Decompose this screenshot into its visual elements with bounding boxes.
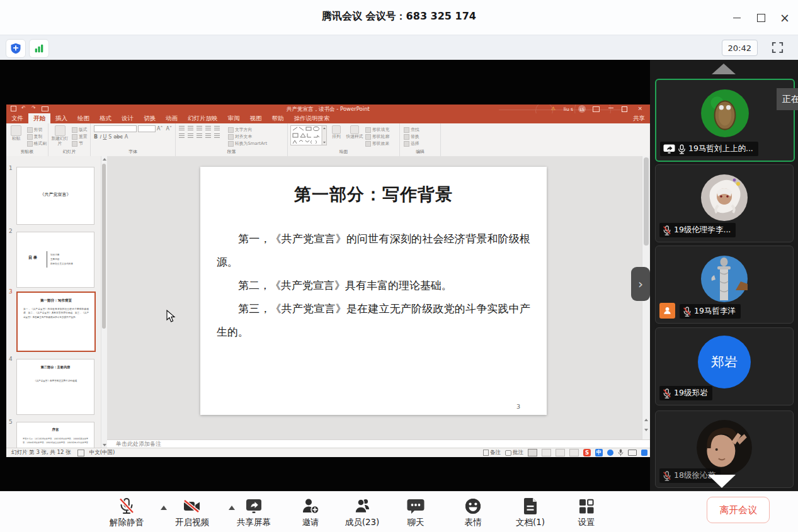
- font-name-dropdown[interactable]: [94, 125, 137, 132]
- align-left-button[interactable]: [179, 133, 185, 139]
- bold-button[interactable]: B: [94, 134, 98, 140]
- ppt-close-icon[interactable]: ×: [637, 105, 642, 111]
- comments-toggle-button[interactable]: 批注: [505, 449, 523, 456]
- canvas-scrollbar-thumb[interactable]: [644, 157, 649, 246]
- find-button[interactable]: 查找: [404, 127, 419, 133]
- shrink-font-button[interactable]: A˅: [166, 126, 171, 132]
- participant-tile-3[interactable]: 19马哲李洋: [655, 246, 794, 324]
- language-indicator[interactable]: 中文(中国): [89, 449, 115, 456]
- slide-thumbnail-2[interactable]: 目 录 写作背景 主要内容 科学社会主义当代价值: [16, 232, 94, 288]
- columns-button[interactable]: [214, 133, 220, 139]
- underline-button[interactable]: U: [103, 134, 106, 140]
- tab-transitions[interactable]: 切换: [139, 113, 161, 123]
- arrange-button[interactable]: 排列: [329, 125, 344, 140]
- maximize-button[interactable]: [750, 9, 772, 26]
- members-button[interactable]: 成员(23): [341, 497, 383, 528]
- quick-styles-button[interactable]: 快速样式: [346, 125, 363, 140]
- ribbon-options-icon[interactable]: [593, 106, 600, 112]
- paste-button[interactable]: 粘贴: [8, 125, 25, 142]
- mic-options-caret[interactable]: [161, 506, 167, 510]
- shape-effects-button[interactable]: 形状效果: [365, 140, 389, 147]
- normal-view-button[interactable]: [528, 449, 537, 456]
- minimize-button[interactable]: [726, 9, 748, 26]
- ime-mic-icon[interactable]: [618, 449, 624, 456]
- ime-language-icon[interactable]: 中: [595, 449, 603, 456]
- share-screen-button[interactable]: 共享屏幕: [232, 497, 276, 528]
- scrollbar-thumb[interactable]: [102, 164, 106, 329]
- thumbnail-scrollbar[interactable]: [101, 156, 107, 448]
- align-right-button[interactable]: [197, 133, 202, 139]
- replace-button[interactable]: 替换: [404, 133, 419, 140]
- section-button[interactable]: 节: [72, 140, 88, 147]
- font-size-dropdown[interactable]: [138, 125, 156, 132]
- fullscreen-button[interactable]: [771, 41, 784, 57]
- tab-view[interactable]: 视图: [245, 113, 267, 123]
- shape-outline-button[interactable]: 形状轮廓: [365, 133, 389, 140]
- tab-home[interactable]: 开始: [28, 113, 50, 123]
- scroll-participants-down-icon[interactable]: [708, 475, 736, 488]
- unmute-button[interactable]: 解除静音: [106, 497, 147, 528]
- new-slide-button[interactable]: 新建幻灯片: [50, 125, 70, 147]
- scroll-participants-up-icon[interactable]: [712, 64, 736, 74]
- close-button[interactable]: ×: [774, 9, 795, 26]
- shape-fill-button[interactable]: 形状填充: [365, 127, 389, 133]
- text-direction-button[interactable]: 文字方向: [228, 127, 267, 133]
- tab-slideshow[interactable]: 幻灯片放映: [183, 113, 223, 123]
- tab-design[interactable]: 设计: [117, 113, 139, 123]
- sidebar-collapse-handle[interactable]: ›: [631, 267, 650, 301]
- smartart-button[interactable]: 转换为SmartArt: [228, 140, 267, 147]
- tab-insert[interactable]: 插入: [50, 113, 72, 123]
- align-center-button[interactable]: [188, 133, 193, 139]
- decrease-indent-button[interactable]: [197, 126, 202, 131]
- justify-button[interactable]: [205, 133, 211, 139]
- docs-button[interactable]: 文档(1): [511, 497, 549, 528]
- tab-file[interactable]: 文件: [6, 113, 28, 123]
- tab-animations[interactable]: 动画: [161, 113, 183, 123]
- shapes-gallery[interactable]: [290, 125, 327, 145]
- invite-button[interactable]: 邀请: [292, 497, 329, 528]
- tab-help[interactable]: 帮助: [267, 113, 289, 123]
- participant-tile-1[interactable]: 19马哲刘上上的...: [655, 79, 795, 162]
- slide-thumbnail-3-selected[interactable]: 第一部分：写作背景 第一，《共产党宣言》的问世有深刻的社会经济背景和阶级根源。第…: [16, 291, 96, 352]
- slide-sorter-view-button[interactable]: [542, 449, 551, 456]
- font-color-button[interactable]: A: [125, 134, 128, 140]
- numbering-button[interactable]: [188, 126, 193, 131]
- notes-toggle-button[interactable]: 备注: [483, 449, 501, 456]
- current-slide[interactable]: 第一部分：写作背景 第一，《共产党宣言》的问世有深刻的社会经济背景和阶级根源。 …: [200, 167, 547, 415]
- format-painter-button[interactable]: 格式刷: [27, 140, 47, 147]
- participant-tile-4[interactable]: 郑岩 19级郑岩: [655, 327, 794, 405]
- shadow-button[interactable]: S: [108, 134, 111, 140]
- bullets-button[interactable]: [179, 126, 185, 131]
- spellcheck-icon[interactable]: [77, 450, 84, 456]
- chat-button[interactable]: 聊天: [401, 497, 430, 528]
- cut-button[interactable]: 剪切: [27, 127, 47, 133]
- network-status-button[interactable]: [29, 39, 49, 58]
- participant-tile-2[interactable]: 19级伦理学李...: [655, 164, 794, 242]
- slideshow-view-button[interactable]: [569, 449, 579, 456]
- ppt-minimize-icon[interactable]: [608, 108, 613, 108]
- reading-view-button[interactable]: [556, 449, 565, 456]
- account-avatar[interactable]: LS: [578, 105, 586, 113]
- ppt-share-button[interactable]: 共享: [628, 113, 650, 123]
- align-text-button[interactable]: 对齐文本: [228, 133, 267, 140]
- copy-button[interactable]: 复制: [27, 133, 47, 140]
- tab-review[interactable]: 审阅: [223, 113, 245, 123]
- tell-me-search[interactable]: 操作说明搜索: [289, 113, 335, 123]
- grow-font-button[interactable]: A˄: [157, 126, 162, 132]
- meeting-security-button[interactable]: [6, 39, 26, 58]
- layout-button[interactable]: 版式: [72, 127, 88, 133]
- slide-thumbnail-1[interactable]: 《共产党宣言》: [16, 167, 94, 225]
- select-button[interactable]: 选择: [404, 140, 419, 147]
- italic-button[interactable]: I: [100, 134, 101, 140]
- sogou-ime-icon[interactable]: S: [583, 449, 591, 456]
- increase-indent-button[interactable]: [205, 126, 211, 131]
- emoji-button[interactable]: 表情: [459, 497, 487, 528]
- strikethrough-button[interactable]: abc: [113, 134, 122, 140]
- tab-draw[interactable]: 绘图: [72, 113, 94, 123]
- ime-emoji-icon[interactable]: [607, 450, 613, 456]
- settings-button[interactable]: 设置: [572, 497, 601, 528]
- leave-meeting-button[interactable]: 离开会议: [707, 497, 770, 523]
- line-spacing-button[interactable]: [214, 126, 220, 131]
- slide-thumbnail-4[interactable]: 第二部分：主要内容 《共产党宣言》由序言和正文两个部分组成: [16, 359, 94, 415]
- start-video-button[interactable]: 开启视频: [171, 497, 213, 528]
